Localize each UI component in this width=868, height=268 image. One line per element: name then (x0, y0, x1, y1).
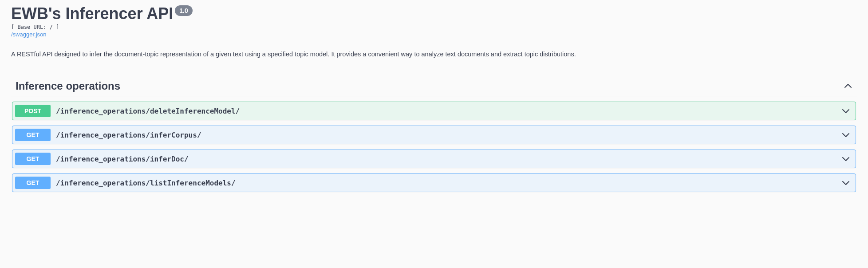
api-title: EWB's Inferencer API (11, 4, 173, 23)
chevron-down-icon (841, 130, 850, 139)
http-method-badge: GET (15, 177, 51, 189)
api-header: EWB's Inferencer API 1.0 [ Base URL: / ]… (11, 4, 857, 58)
chevron-down-icon (841, 106, 850, 115)
endpoint-path: /inference_operations/inferDoc/ (56, 155, 841, 163)
http-method-badge: POST (15, 105, 51, 117)
swagger-json-link[interactable]: /swagger.json (11, 31, 47, 38)
version-badge: 1.0 (175, 5, 192, 16)
operation-row-infer-corpus[interactable]: GET /inference_operations/inferCorpus/ (12, 126, 856, 144)
api-description: A RESTful API designed to infer the docu… (11, 51, 857, 58)
operation-row-delete-inference-model[interactable]: POST /inference_operations/deleteInferen… (12, 102, 856, 120)
http-method-badge: GET (15, 153, 51, 165)
operation-row-list-inference-models[interactable]: GET /inference_operations/listInferenceM… (12, 173, 856, 192)
endpoint-path: /inference_operations/deleteInferenceMod… (56, 107, 841, 115)
section-header[interactable]: Inference operations (11, 80, 857, 96)
http-method-badge: GET (15, 129, 51, 141)
endpoint-path: /inference_operations/inferCorpus/ (56, 131, 841, 139)
base-url-label: [ Base URL: / ] (11, 24, 857, 30)
endpoint-path: /inference_operations/listInferenceModel… (56, 179, 841, 187)
chevron-down-icon (841, 154, 850, 163)
operations-list: POST /inference_operations/deleteInferen… (11, 102, 857, 192)
section-title: Inference operations (16, 80, 120, 92)
chevron-down-icon (841, 178, 850, 187)
title-row: EWB's Inferencer API 1.0 (11, 4, 857, 23)
chevron-up-icon (844, 82, 852, 91)
operation-row-infer-doc[interactable]: GET /inference_operations/inferDoc/ (12, 150, 856, 168)
operations-section: Inference operations POST /inference_ope… (11, 80, 857, 192)
